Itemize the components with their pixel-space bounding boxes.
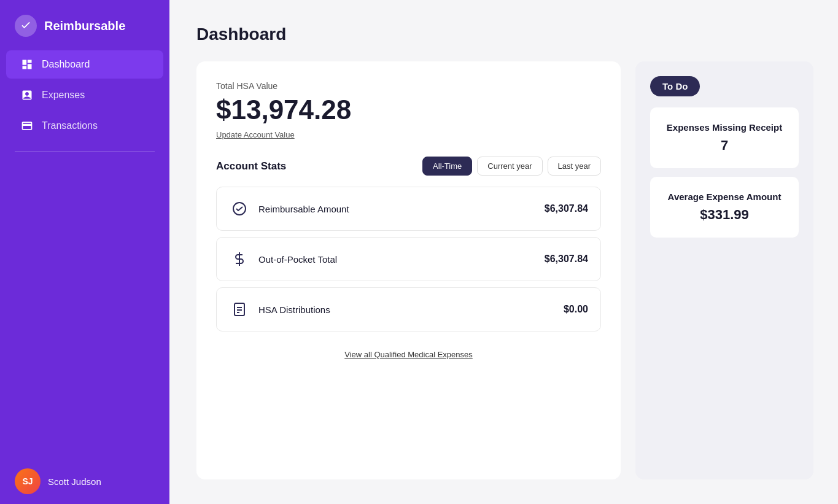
stat-value-oop: $6,307.84 [545, 254, 588, 265]
main-content: Dashboard Total HSA Value $13,974.28 Upd… [169, 0, 838, 504]
sidebar: Reimbursable Dashboard Expenses Transact… [0, 0, 169, 504]
sidebar-item-expenses[interactable]: Expenses [6, 81, 163, 109]
dollar-icon [229, 249, 250, 269]
dashboard-card: Total HSA Value $13,974.28 Update Accoun… [196, 61, 621, 479]
checkmark-circle-icon [232, 201, 247, 216]
transactions-icon [21, 120, 33, 132]
stats-btn-lastyear[interactable]: Last year [548, 157, 601, 176]
missing-receipt-card: Expenses Missing Receipt 7 [650, 107, 799, 168]
avg-expense-card: Average Expense Amount $331.99 [650, 177, 799, 238]
missing-receipt-value: 7 [721, 138, 728, 153]
app-name: Reimbursable [44, 19, 125, 33]
avatar: SJ [15, 468, 41, 494]
account-stats-header: Account Stats All-Time Current year Last… [216, 157, 601, 176]
right-panel: To Do Expenses Missing Receipt 7 Average… [635, 61, 813, 479]
stat-row-left: Reimbursable Amount [229, 198, 349, 219]
stat-label-hsa: HSA Distributions [258, 304, 330, 315]
sidebar-item-dashboard[interactable]: Dashboard [6, 50, 163, 79]
hsa-value: $13,974.28 [216, 95, 601, 125]
user-name: Scott Judson [48, 476, 101, 487]
app-logo: Reimbursable [0, 0, 169, 49]
transactions-label: Transactions [42, 120, 98, 131]
stat-row-oop: Out-of-Pocket Total $6,307.84 [216, 237, 601, 281]
checkmark-icon [20, 20, 32, 32]
avg-expense-title: Average Expense Amount [668, 192, 782, 202]
view-all-expenses-link[interactable]: View all Qualified Medical Expenses [216, 350, 601, 359]
stat-row-hsa-dist: HSA Distributions $0.00 [216, 287, 601, 331]
reimbursable-icon [229, 198, 250, 219]
stats-btn-currentyear[interactable]: Current year [477, 157, 542, 176]
todo-badge[interactable]: To Do [650, 76, 700, 96]
content-row: Total HSA Value $13,974.28 Update Accoun… [196, 61, 813, 479]
logo-icon [15, 15, 37, 37]
stat-row-hsa-left: HSA Distributions [229, 299, 330, 320]
update-account-link[interactable]: Update Account Value [216, 130, 601, 139]
stats-btn-alltime[interactable]: All-Time [422, 157, 472, 176]
avg-expense-value: $331.99 [700, 207, 749, 223]
sidebar-divider [15, 151, 155, 152]
stat-value-reimbursable: $6,307.84 [545, 203, 588, 214]
stats-buttons: All-Time Current year Last year [422, 157, 601, 176]
sidebar-item-transactions[interactable]: Transactions [6, 112, 163, 140]
missing-receipt-title: Expenses Missing Receipt [667, 122, 782, 133]
hsa-label: Total HSA Value [216, 81, 601, 91]
stat-row-reimbursable: Reimbursable Amount $6,307.84 [216, 187, 601, 231]
expenses-icon [21, 89, 33, 101]
expenses-label: Expenses [42, 90, 85, 101]
dashboard-icon [21, 58, 33, 71]
page-title: Dashboard [196, 25, 813, 44]
stat-label-reimbursable: Reimbursable Amount [258, 204, 349, 214]
stat-value-hsa: $0.00 [564, 304, 588, 315]
dollar-sign-icon [232, 252, 247, 266]
stat-row-oop-left: Out-of-Pocket Total [229, 249, 337, 269]
user-profile[interactable]: SJ Scott Judson [0, 459, 169, 504]
receipt-icon [232, 302, 247, 317]
stat-label-oop: Out-of-Pocket Total [258, 254, 337, 265]
dashboard-label: Dashboard [42, 59, 90, 70]
hsa-dist-icon [229, 299, 250, 320]
account-stats-title: Account Stats [216, 160, 286, 173]
